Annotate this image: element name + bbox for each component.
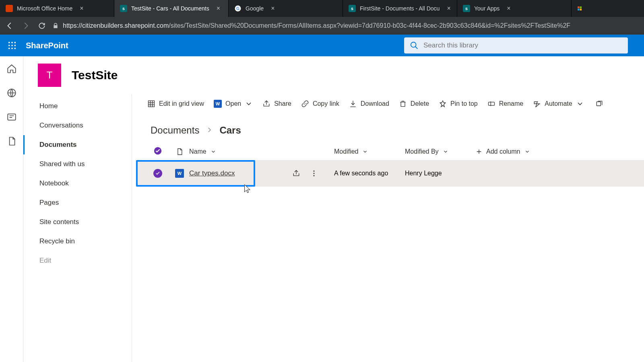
browser-tab[interactable]: s Your Apps × bbox=[457, 0, 572, 17]
url-field[interactable]: https://citizenbuilders.sharepoint.com/s… bbox=[52, 22, 640, 29]
close-icon[interactable]: × bbox=[80, 5, 83, 12]
url-path: /sites/TestSite/Shared%20Documents/Forms… bbox=[169, 22, 570, 29]
nav-shared-with-us[interactable]: Shared with us bbox=[23, 154, 132, 174]
svg-rect-9 bbox=[578, 6, 580, 8]
nav-notebook[interactable]: Notebook bbox=[23, 174, 132, 193]
pin-button[interactable]: Pin to top bbox=[439, 100, 478, 108]
svg-point-20 bbox=[11, 48, 13, 49]
nav-recycle-bin[interactable]: Recycle bin bbox=[23, 232, 132, 251]
home-icon[interactable] bbox=[6, 64, 17, 74]
svg-point-16 bbox=[8, 45, 10, 46]
automate-button[interactable]: Automate bbox=[533, 100, 584, 108]
back-button[interactable] bbox=[4, 20, 15, 31]
nav-pages[interactable]: Pages bbox=[23, 193, 132, 212]
svg-rect-25 bbox=[149, 101, 155, 107]
row-select-toggle[interactable] bbox=[153, 169, 162, 178]
list-column-headers: Name Modified Modified By Add colum bbox=[136, 143, 644, 160]
chevron-down-icon bbox=[211, 149, 216, 154]
select-all-toggle[interactable] bbox=[153, 146, 162, 157]
share-icon bbox=[262, 100, 270, 108]
nav-home[interactable]: Home bbox=[23, 97, 132, 116]
cmd-label: Rename bbox=[499, 100, 523, 107]
svg-point-18 bbox=[14, 45, 16, 46]
app-launcher[interactable] bbox=[4, 37, 20, 53]
open-button[interactable]: W Open bbox=[214, 100, 253, 108]
browser-tab[interactable]: s TestSite - Cars - All Documents × bbox=[114, 0, 229, 17]
column-label: Name bbox=[189, 148, 206, 155]
column-modified-by[interactable]: Modified By bbox=[405, 148, 476, 155]
file-icon[interactable] bbox=[6, 136, 17, 146]
chevron-down-icon bbox=[443, 149, 448, 154]
svg-rect-24 bbox=[8, 114, 16, 120]
nav-documents[interactable]: Documents bbox=[23, 135, 132, 154]
command-bar: Edit in grid view W Open Share Copy link bbox=[136, 94, 644, 113]
office-icon bbox=[6, 5, 13, 12]
tab-title: Google bbox=[246, 5, 264, 12]
cmd-label: Copy link bbox=[313, 100, 339, 107]
forward-button[interactable] bbox=[20, 20, 31, 31]
add-column-button[interactable]: Add column bbox=[476, 148, 644, 155]
share-icon[interactable] bbox=[292, 169, 300, 177]
site-title[interactable]: TestSite bbox=[72, 68, 118, 82]
browser-tab[interactable]: G Google × bbox=[229, 0, 343, 17]
trash-icon bbox=[399, 100, 407, 108]
svg-text:s: s bbox=[465, 6, 468, 11]
cmd-label: Share bbox=[274, 100, 291, 107]
tab-title: TestSite - Cars - All Documents bbox=[131, 5, 209, 12]
word-icon: W bbox=[175, 169, 184, 178]
more-icon[interactable] bbox=[310, 169, 318, 177]
browser-tab[interactable]: Microsoft Office Home × bbox=[0, 0, 114, 17]
close-icon[interactable]: × bbox=[271, 5, 275, 12]
left-icon-rail bbox=[0, 56, 23, 362]
reload-button[interactable] bbox=[36, 20, 47, 31]
more-button[interactable] bbox=[595, 100, 603, 108]
modified-cell: A few seconds ago bbox=[334, 170, 388, 177]
globe-icon[interactable] bbox=[6, 88, 17, 98]
column-label: Modified By bbox=[405, 148, 439, 155]
column-name[interactable]: Name bbox=[189, 148, 326, 155]
download-button[interactable]: Download bbox=[349, 100, 389, 108]
share-button[interactable]: Share bbox=[262, 100, 291, 108]
cmd-label: Edit in grid view bbox=[159, 100, 204, 107]
search-input[interactable] bbox=[423, 41, 622, 49]
column-label: Modified bbox=[334, 148, 358, 155]
svg-rect-26 bbox=[488, 102, 494, 105]
svg-text:s: s bbox=[351, 6, 353, 11]
word-icon: W bbox=[214, 100, 222, 108]
windows-icon[interactable] bbox=[572, 0, 588, 17]
search-box[interactable] bbox=[404, 37, 628, 53]
tab-title: FirstSite - Documents - All Docu bbox=[360, 5, 440, 12]
sharepoint-icon: s bbox=[349, 5, 356, 12]
site-logo[interactable]: T bbox=[38, 64, 61, 87]
file-type-icon[interactable] bbox=[175, 148, 184, 156]
svg-rect-12 bbox=[580, 9, 582, 11]
list-item[interactable]: W Car types.docx A few seconds ago Henry… bbox=[136, 160, 644, 187]
breadcrumb-root[interactable]: Documents bbox=[151, 125, 199, 136]
svg-point-19 bbox=[8, 48, 10, 49]
browser-tab[interactable]: s FirstSite - Documents - All Docu × bbox=[343, 0, 457, 17]
svg-text:G: G bbox=[236, 6, 239, 11]
copy-link-button[interactable]: Copy link bbox=[301, 100, 339, 108]
svg-text:s: s bbox=[122, 6, 125, 11]
close-icon[interactable]: × bbox=[507, 5, 510, 12]
column-modified[interactable]: Modified bbox=[334, 148, 405, 155]
close-icon[interactable]: × bbox=[217, 5, 220, 12]
edit-grid-button[interactable]: Edit in grid view bbox=[147, 100, 204, 108]
news-icon[interactable] bbox=[6, 112, 17, 122]
nav-edit[interactable]: Edit bbox=[23, 251, 132, 270]
file-name-link[interactable]: Car types.docx bbox=[189, 169, 235, 177]
nav-conversations[interactable]: Conversations bbox=[23, 116, 132, 135]
brand-label[interactable]: SharePoint bbox=[26, 41, 68, 50]
cmd-label: Delete bbox=[411, 100, 429, 107]
quick-launch-nav: Home Conversations Documents Shared with… bbox=[23, 94, 132, 362]
svg-point-30 bbox=[314, 173, 315, 174]
delete-button[interactable]: Delete bbox=[399, 100, 429, 108]
link-icon bbox=[301, 100, 309, 108]
close-icon[interactable]: × bbox=[447, 5, 450, 12]
breadcrumb: Documents Cars bbox=[136, 113, 644, 143]
main-region: Edit in grid view W Open Share Copy link bbox=[132, 94, 644, 362]
rename-button[interactable]: Rename bbox=[487, 100, 523, 108]
nav-site-contents[interactable]: Site contents bbox=[23, 212, 132, 232]
modified-by-cell: Henry Legge bbox=[405, 170, 442, 177]
flow-icon bbox=[533, 100, 541, 108]
